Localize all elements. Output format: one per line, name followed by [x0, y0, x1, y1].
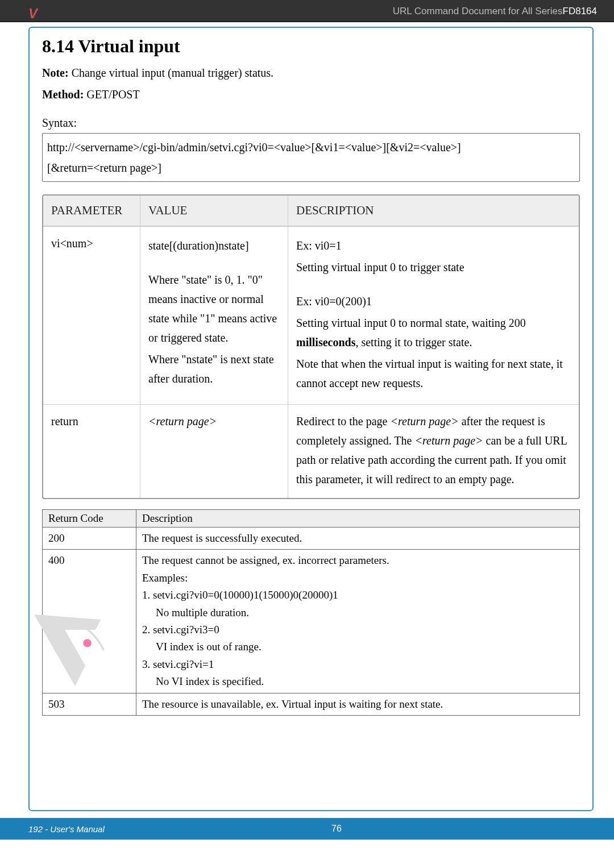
spacer [148, 258, 280, 268]
desc-cell-vinum: Ex: vi0=1 Setting virtual input 0 to tri… [288, 226, 579, 404]
desc-ex1: Ex: vi0=1 [296, 236, 571, 255]
table-row: 200 The request is successfully executed… [43, 528, 580, 550]
syntax-line-2: [&return=<return page>] [47, 157, 575, 178]
rc-200-code: 200 [43, 528, 136, 550]
th-parameter: PARAMETER [43, 196, 140, 226]
rc-503-desc: The resource is unavailable, ex. Virtual… [136, 693, 580, 715]
rc400-line5: 3. setvi.cgi?vi=1 [142, 658, 214, 670]
th-rc-description: Description [136, 510, 580, 528]
brand-letter: V [28, 6, 38, 22]
rc400-line1: The request cannot be assigned, ex. inco… [142, 554, 389, 566]
value-where1: Where "state" is 0, 1. "0" means inactiv… [148, 270, 280, 347]
desc-return-a: Redirect to the page [296, 415, 391, 427]
rc400-line3: 1. setvi.cgi?vi0=0(10000)1(15000)0(20000… [142, 589, 338, 601]
return-code-table: Return Code Description 200 The request … [42, 509, 580, 716]
syntax-box: http://<servername>/cgi-bin/admin/setvi.… [42, 133, 580, 182]
table-row: 503 The resource is unavailable, ex. Vir… [43, 693, 580, 715]
rc400-line2: Examples: [142, 572, 188, 584]
header-bar: URL Command Document for All SeriesFD816… [0, 0, 614, 22]
parameter-table: PARAMETER VALUE DESCRIPTION vi<num> stat… [42, 194, 580, 499]
footer-page-number: 76 [59, 824, 614, 834]
rc-400-desc: The request cannot be assigned, ex. inco… [136, 550, 580, 693]
th-value: VALUE [140, 196, 288, 226]
rc400-line4: 2. setvi.cgi?vi3=0 [142, 624, 219, 636]
table-header-row: Return Code Description [43, 510, 580, 528]
value-main: state[(duration)nstate] [148, 236, 280, 255]
footer-bar: 192 - User's Manual 76 [0, 818, 614, 840]
value-cell-vinum: state[(duration)nstate] Where "state" is… [140, 226, 288, 404]
method-label: Method: [42, 88, 84, 101]
rc-503-code: 503 [43, 693, 136, 715]
desc-set2: Setting virtual input 0 to normal state,… [296, 313, 571, 352]
desc-ex2: Ex: vi0=0(200)1 [296, 292, 571, 311]
method-line: Method: GET/POST [42, 85, 580, 103]
desc-set2b: milliseconds [296, 336, 355, 348]
rc400-line4b: VI index is out of range. [142, 638, 574, 655]
th-description: DESCRIPTION [288, 196, 579, 226]
rc400-line3b: No multiple duration. [142, 604, 574, 621]
th-return-code: Return Code [43, 510, 136, 528]
syntax-line-1: http://<servername>/cgi-bin/admin/setvi.… [47, 137, 575, 157]
table-row: vi<num> state[(duration)nstate] Where "s… [43, 226, 579, 404]
param-cell-return: return [43, 404, 140, 498]
desc-cell-return: Redirect to the page <return page> after… [288, 404, 579, 498]
table-row: return <return page> Redirect to the pag… [43, 404, 579, 498]
desc-set2a: Setting virtual input 0 to normal state,… [296, 317, 526, 329]
desc-return-d: <return page> [414, 434, 483, 447]
note-label: Note: [42, 67, 69, 79]
table-row: 400 The request cannot be assigned, ex. … [43, 550, 580, 693]
syntax-label: Syntax: [42, 114, 580, 132]
content-panel: 8.14 Virtual input Note: Change virtual … [28, 27, 594, 811]
header-right-model: FD8164 [563, 6, 597, 16]
table-header-row: PARAMETER VALUE DESCRIPTION [43, 196, 579, 226]
spacer [296, 279, 571, 289]
note-text: Change virtual input (manual trigger) st… [69, 67, 273, 79]
desc-note: Note that when the virtual input is wait… [296, 354, 571, 393]
value-where2: Where "nstate" is next state after durat… [148, 350, 280, 388]
header-right-prefix: URL Command Document for All Series [393, 6, 563, 16]
section-title: 8.14 Virtual input [42, 36, 580, 57]
note-line: Note: Change virtual input (manual trigg… [42, 64, 580, 82]
desc-return-b: <return page> [391, 415, 459, 427]
rc-200-desc: The request is successfully executed. [136, 528, 580, 550]
rc400-line5b: No VI index is specified. [142, 673, 574, 690]
value-cell-return: <return page> [140, 404, 288, 498]
rc-400-code: 400 [43, 550, 136, 693]
param-cell-vinum: vi<num> [43, 226, 140, 404]
method-text: GET/POST [84, 88, 139, 101]
desc-set2c: , setting it to trigger state. [355, 336, 472, 348]
desc-set1: Setting virtual input 0 to trigger state [296, 258, 571, 277]
